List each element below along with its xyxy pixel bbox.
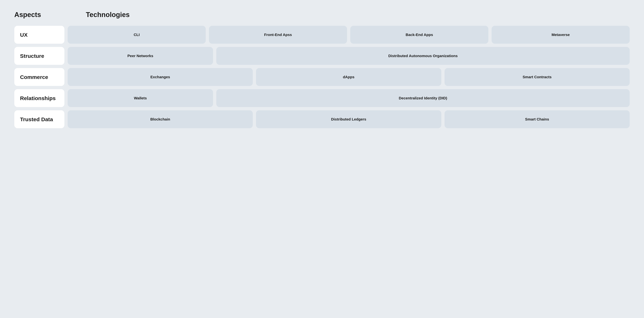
aspect-structure-label: Structure <box>20 53 44 59</box>
aspect-structure: Structure <box>14 47 64 65</box>
tech-ux-0-label: CLI <box>134 33 140 37</box>
tech-structure-0: Peer Networks <box>68 47 213 65</box>
tech-ux-0: CLI <box>68 26 206 44</box>
tech-commerce-0-label: Exchanges <box>150 75 170 79</box>
tech-ux-2: Back-End Apps <box>350 26 488 44</box>
tech-structure-1-label: Distributed Autonomous Organizations <box>388 54 458 58</box>
row-ux: UXCLIFront-End ApssBack-End AppsMetavers… <box>14 26 630 44</box>
tech-trusted-2: Smart Chains <box>444 110 630 128</box>
aspect-ux-label: UX <box>20 32 28 38</box>
row-trusted: Trusted DataBlockchainDistributed Ledger… <box>14 110 630 128</box>
tech-relationships-0: Wallets <box>68 89 213 107</box>
aspect-commerce-label: Commerce <box>20 74 48 80</box>
tech-commerce-2: Smart Contracts <box>444 68 630 86</box>
tech-trusted-1: Distributed Ledgers <box>256 110 441 128</box>
aspect-trusted: Trusted Data <box>14 110 64 128</box>
main-grid: UXCLIFront-End ApssBack-End AppsMetavers… <box>14 26 630 128</box>
tech-commerce-0: Exchanges <box>68 68 253 86</box>
tech-commerce-2-label: Smart Contracts <box>522 75 552 79</box>
tech-ux-3: Metaverse <box>492 26 630 44</box>
technologies-heading: Technologies <box>86 11 130 19</box>
row-commerce: CommerceExchangesdAppsSmart Contracts <box>14 68 630 86</box>
header: Aspects Technologies <box>14 11 630 19</box>
aspect-trusted-label: Trusted Data <box>20 116 53 123</box>
tech-ux-1-label: Front-End Apss <box>264 33 292 37</box>
row-relationships: RelationshipsWalletsDecentralized Identi… <box>14 89 630 107</box>
aspect-ux: UX <box>14 26 64 44</box>
tech-commerce-1-label: dApps <box>343 75 354 79</box>
row-structure: StructurePeer NetworksDistributed Autono… <box>14 47 630 65</box>
tech-relationships-0-label: Wallets <box>134 96 147 100</box>
tech-ux-3-label: Metaverse <box>552 33 570 37</box>
aspect-commerce: Commerce <box>14 68 64 86</box>
tech-ux-2-label: Back-End Apps <box>406 33 433 37</box>
tech-structure-0-label: Peer Networks <box>127 54 153 58</box>
tech-commerce-1: dApps <box>256 68 441 86</box>
aspect-relationships: Relationships <box>14 89 64 107</box>
tech-structure-1: Distributed Autonomous Organizations <box>216 47 630 65</box>
aspect-relationships-label: Relationships <box>20 95 56 101</box>
tech-relationships-1-label: Decentralized Identity (DID) <box>399 96 447 100</box>
tech-relationships-1: Decentralized Identity (DID) <box>216 89 630 107</box>
tech-trusted-0: Blockchain <box>68 110 253 128</box>
tech-trusted-1-label: Distributed Ledgers <box>331 117 366 121</box>
tech-ux-1: Front-End Apss <box>209 26 347 44</box>
tech-trusted-2-label: Smart Chains <box>525 117 549 121</box>
tech-trusted-0-label: Blockchain <box>150 117 170 121</box>
aspects-heading: Aspects <box>14 11 64 19</box>
